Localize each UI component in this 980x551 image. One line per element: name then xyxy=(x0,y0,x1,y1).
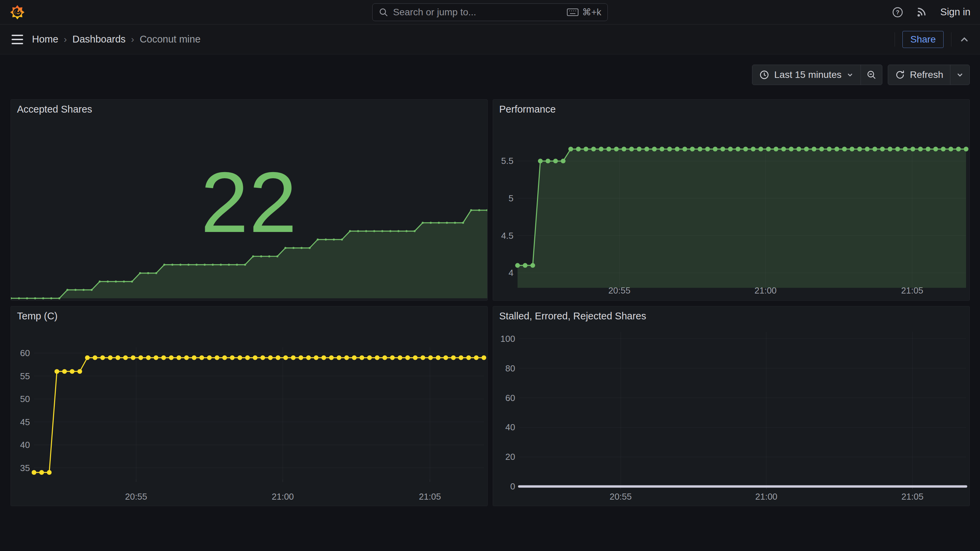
svg-text:20:55: 20:55 xyxy=(609,492,632,501)
refresh-interval-dropdown[interactable] xyxy=(950,65,969,85)
news-rss-button[interactable] xyxy=(916,7,927,18)
svg-text:0: 0 xyxy=(510,482,515,491)
top-nav: Search or jump to... ⌘+k ? xyxy=(0,0,980,24)
breadcrumb: Home › Dashboards › Coconut mine xyxy=(32,34,200,45)
stat-value: 22 xyxy=(11,159,487,245)
keyboard-icon xyxy=(566,8,579,17)
chevron-right-icon: › xyxy=(131,34,134,45)
help-button[interactable]: ? xyxy=(892,6,904,18)
svg-text:40: 40 xyxy=(20,440,30,449)
stalled-errored-rejected-chart[interactable]: 02040608010020:5521:0021:05 xyxy=(493,306,969,506)
panel-title[interactable]: Accepted Shares xyxy=(17,104,92,115)
svg-text:21:00: 21:00 xyxy=(756,492,778,501)
time-controls-group: Last 15 minutes xyxy=(752,65,882,85)
breadcrumb-current-page: Coconut mine xyxy=(140,34,200,45)
svg-text:55: 55 xyxy=(20,372,30,381)
panel-accepted-shares: Accepted Shares 22 xyxy=(11,99,488,301)
svg-text:5: 5 xyxy=(508,194,513,203)
svg-text:20: 20 xyxy=(505,452,515,462)
svg-text:21:05: 21:05 xyxy=(901,492,924,501)
svg-text:5.5: 5.5 xyxy=(501,156,514,166)
grafana-logo-icon[interactable] xyxy=(10,5,25,20)
refresh-label: Refresh xyxy=(910,69,943,80)
zoom-out-icon xyxy=(866,70,877,80)
svg-text:4: 4 xyxy=(508,268,513,278)
divider xyxy=(894,32,895,47)
time-range-label: Last 15 minutes xyxy=(774,69,842,80)
performance-chart[interactable]: 44.555.520:5521:0021:05 xyxy=(493,100,969,300)
svg-text:21:05: 21:05 xyxy=(419,492,441,501)
panel-title[interactable]: Performance xyxy=(499,104,556,115)
panel-grid: Accepted Shares 22 Performance 44.555.52… xyxy=(11,99,970,506)
search-placeholder: Search or jump to... xyxy=(393,7,562,18)
svg-text:21:00: 21:00 xyxy=(272,492,294,501)
temp-chart[interactable]: 35404550556020:5521:0021:05 xyxy=(11,306,487,506)
panel-performance: Performance 44.555.520:5521:0021:05 xyxy=(493,99,970,301)
collapse-header-button[interactable] xyxy=(959,34,970,45)
chevron-up-icon xyxy=(959,34,970,45)
svg-text:4.5: 4.5 xyxy=(501,231,514,240)
svg-text:100: 100 xyxy=(501,334,515,343)
menu-toggle-button[interactable] xyxy=(10,33,24,46)
refresh-icon xyxy=(895,70,905,80)
panel-stalled: Stalled, Errored, Rejected Shares 020406… xyxy=(493,306,970,506)
svg-text:60: 60 xyxy=(20,348,30,358)
time-range-picker[interactable]: Last 15 minutes xyxy=(752,65,861,85)
svg-text:60: 60 xyxy=(505,393,515,403)
shortcut-keys: ⌘+k xyxy=(582,7,601,18)
svg-text:20:55: 20:55 xyxy=(125,492,147,501)
dashboard-toolbar: Last 15 minutes xyxy=(0,65,980,85)
sign-in-link[interactable]: Sign in xyxy=(940,6,970,18)
panel-title[interactable]: Stalled, Errored, Rejected Shares xyxy=(499,311,646,322)
divider xyxy=(951,32,951,47)
svg-text:80: 80 xyxy=(505,364,515,373)
refresh-group: Refresh xyxy=(888,65,970,85)
search-input[interactable]: Search or jump to... ⌘+k xyxy=(372,3,608,21)
svg-text:45: 45 xyxy=(20,417,30,427)
svg-text:50: 50 xyxy=(20,394,30,404)
chevron-right-icon: › xyxy=(64,34,67,45)
search-shortcut: ⌘+k xyxy=(566,7,601,18)
clock-icon xyxy=(759,70,769,80)
svg-text:40: 40 xyxy=(505,423,515,432)
zoom-out-button[interactable] xyxy=(861,65,882,85)
panel-title[interactable]: Temp (C) xyxy=(17,311,57,322)
chevron-down-icon xyxy=(846,71,854,79)
share-button[interactable]: Share xyxy=(902,31,943,48)
question-mark-glyph: ? xyxy=(896,9,899,16)
grafana-dashboard: Search or jump to... ⌘+k ? xyxy=(0,0,980,551)
breadcrumb-bar: Home › Dashboards › Coconut mine Share xyxy=(0,24,980,54)
refresh-button[interactable]: Refresh xyxy=(888,65,950,85)
search-icon xyxy=(379,8,388,17)
breadcrumb-home[interactable]: Home xyxy=(32,34,58,45)
svg-text:35: 35 xyxy=(20,463,30,473)
panel-temp: Temp (C) 35404550556020:5521:0021:05 xyxy=(11,306,488,506)
breadcrumb-dashboards[interactable]: Dashboards xyxy=(73,34,126,45)
chevron-down-icon xyxy=(956,71,964,79)
